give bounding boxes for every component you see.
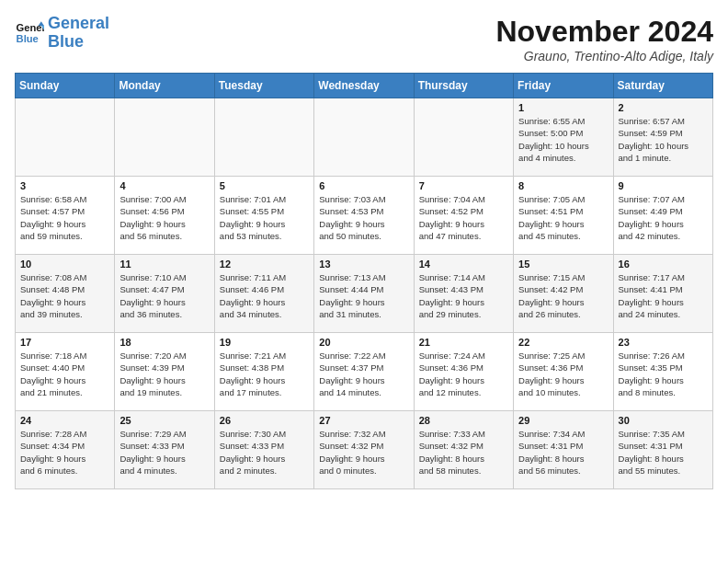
day-number: 3 [20, 180, 109, 191]
day-info: Sunset: 5:00 PM [518, 127, 608, 139]
day-info: and 26 minutes. [518, 308, 608, 320]
day-info: Sunset: 4:44 PM [319, 283, 408, 295]
day-info: Sunset: 4:52 PM [419, 205, 508, 217]
day-info: and 17 minutes. [220, 386, 309, 398]
day-info: and 39 minutes. [20, 308, 109, 320]
day-info: Sunset: 4:37 PM [319, 362, 408, 373]
day-info: and 55 minutes. [619, 465, 708, 477]
day-info: Sunrise: 7:26 AM [619, 350, 708, 362]
day-number: 16 [619, 259, 708, 270]
day-info: Daylight: 9 hours [220, 453, 309, 465]
day-info: Sunset: 4:46 PM [220, 283, 309, 295]
week-row-1: 1Sunrise: 6:55 AMSunset: 5:00 PMDaylight… [16, 98, 713, 177]
day-info: Sunrise: 6:57 AM [619, 115, 708, 127]
day-info: Daylight: 9 hours [518, 296, 608, 308]
day-info: Sunset: 4:53 PM [319, 205, 408, 217]
day-info: and 6 minutes. [20, 465, 109, 477]
day-info: and 56 minutes. [518, 465, 608, 477]
calendar-cell: 5Sunrise: 7:01 AMSunset: 4:55 PMDaylight… [214, 177, 313, 255]
day-info: Sunset: 4:42 PM [518, 283, 608, 295]
day-number: 23 [619, 337, 708, 348]
day-info: Sunrise: 7:30 AM [220, 428, 309, 440]
day-info: Daylight: 9 hours [220, 374, 309, 386]
calendar-cell [16, 98, 115, 177]
day-number: 12 [220, 259, 309, 270]
day-info: Sunset: 4:40 PM [20, 362, 109, 373]
calendar-cell: 29Sunrise: 7:34 AMSunset: 4:31 PMDayligh… [514, 411, 613, 489]
day-number: 9 [619, 180, 708, 191]
day-info: Sunset: 4:31 PM [518, 440, 608, 452]
day-info: Daylight: 9 hours [419, 218, 508, 230]
day-info: Daylight: 8 hours [619, 453, 708, 465]
day-info: Daylight: 9 hours [319, 453, 408, 465]
day-header-thursday: Thursday [414, 74, 513, 98]
month-title: November 2024 [495, 15, 713, 49]
day-info: Sunrise: 7:25 AM [518, 350, 608, 362]
day-info: Sunrise: 7:11 AM [220, 271, 309, 283]
calendar-cell [314, 98, 414, 177]
day-info: and 4 minutes. [119, 465, 209, 477]
day-header-friday: Friday [514, 74, 613, 98]
day-info: Daylight: 9 hours [119, 453, 209, 465]
day-number: 22 [518, 337, 608, 348]
day-header-saturday: Saturday [613, 74, 712, 98]
day-info: Sunset: 4:32 PM [319, 440, 408, 452]
day-info: Daylight: 9 hours [220, 218, 309, 230]
day-info: Sunrise: 7:21 AM [220, 350, 309, 362]
calendar-cell: 12Sunrise: 7:11 AMSunset: 4:46 PMDayligh… [214, 255, 313, 333]
day-info: Sunrise: 7:01 AM [220, 193, 309, 205]
day-info: Sunrise: 7:22 AM [319, 350, 408, 362]
day-info: Daylight: 9 hours [619, 374, 708, 386]
day-info: and 1 minute. [619, 152, 708, 164]
calendar-cell: 23Sunrise: 7:26 AMSunset: 4:35 PMDayligh… [613, 333, 712, 411]
day-header-monday: Monday [115, 74, 214, 98]
day-number: 15 [518, 259, 608, 270]
title-area: November 2024 Grauno, Trentino-Alto Adig… [495, 15, 713, 63]
day-info: Sunrise: 7:14 AM [419, 271, 508, 283]
day-info: Sunrise: 7:33 AM [419, 428, 508, 440]
day-info: Sunset: 4:47 PM [119, 283, 209, 295]
day-info: Daylight: 9 hours [20, 218, 109, 230]
day-info: Daylight: 9 hours [619, 218, 708, 230]
day-number: 29 [518, 415, 608, 426]
day-header-tuesday: Tuesday [214, 74, 313, 98]
day-info: Sunrise: 7:35 AM [619, 428, 708, 440]
day-info: Daylight: 9 hours [119, 218, 209, 230]
day-info: Daylight: 9 hours [220, 296, 309, 308]
day-info: and 42 minutes. [619, 230, 708, 242]
day-info: and 19 minutes. [119, 386, 209, 398]
day-info: Sunrise: 7:07 AM [619, 193, 708, 205]
day-info: Sunset: 4:57 PM [20, 205, 109, 217]
calendar-cell: 4Sunrise: 7:00 AMSunset: 4:56 PMDaylight… [115, 177, 214, 255]
day-number: 20 [319, 337, 408, 348]
day-number: 2 [619, 102, 708, 113]
day-info: Sunset: 4:33 PM [119, 440, 209, 452]
day-info: and 45 minutes. [518, 230, 608, 242]
calendar-cell: 25Sunrise: 7:29 AMSunset: 4:33 PMDayligh… [115, 411, 214, 489]
day-info: Daylight: 9 hours [119, 296, 209, 308]
day-number: 1 [518, 102, 608, 113]
day-info: Daylight: 9 hours [20, 296, 109, 308]
day-info: Sunset: 4:33 PM [220, 440, 309, 452]
logo: General Blue General Blue [15, 15, 109, 52]
day-info: Sunrise: 7:34 AM [518, 428, 608, 440]
calendar-cell: 2Sunrise: 6:57 AMSunset: 4:59 PMDaylight… [613, 98, 712, 177]
day-info: Daylight: 9 hours [319, 296, 408, 308]
day-info: Sunrise: 7:15 AM [518, 271, 608, 283]
calendar-cell: 7Sunrise: 7:04 AMSunset: 4:52 PMDaylight… [414, 177, 513, 255]
day-header-wednesday: Wednesday [314, 74, 414, 98]
day-info: and 10 minutes. [518, 386, 608, 398]
calendar-cell: 24Sunrise: 7:28 AMSunset: 4:34 PMDayligh… [16, 411, 115, 489]
day-info: Sunset: 4:51 PM [518, 205, 608, 217]
day-info: Sunset: 4:36 PM [518, 362, 608, 373]
day-info: Sunrise: 7:32 AM [319, 428, 408, 440]
day-info: and 12 minutes. [419, 386, 508, 398]
calendar-cell: 14Sunrise: 7:14 AMSunset: 4:43 PMDayligh… [414, 255, 513, 333]
day-info: and 47 minutes. [419, 230, 508, 242]
day-number: 6 [319, 180, 408, 191]
day-info: and 8 minutes. [619, 386, 708, 398]
day-number: 27 [319, 415, 408, 426]
day-info: and 31 minutes. [319, 308, 408, 320]
day-info: Daylight: 9 hours [20, 374, 109, 386]
day-info: Sunset: 4:35 PM [619, 362, 708, 373]
